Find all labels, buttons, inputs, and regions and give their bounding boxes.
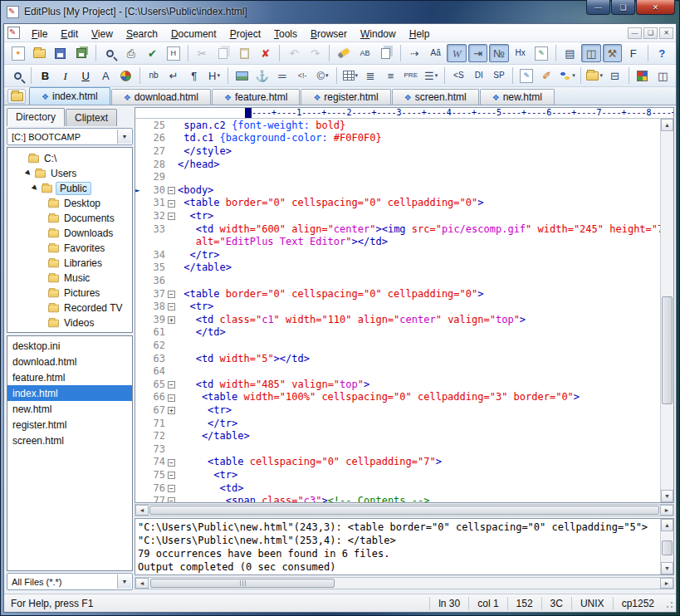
code-line[interactable]: ►30−<body> bbox=[135, 184, 660, 198]
tree-item-documents[interactable]: Documents bbox=[7, 211, 132, 226]
scroll-track[interactable] bbox=[149, 578, 660, 589]
color-swatches-button[interactable] bbox=[634, 66, 652, 85]
code-line[interactable]: 26 td.c1 {background-color: #F0F0F0} bbox=[135, 132, 660, 145]
code-line[interactable]: 61 </td> bbox=[135, 326, 660, 340]
fold-gutter[interactable] bbox=[165, 430, 178, 443]
menu-project[interactable]: Project bbox=[223, 27, 267, 42]
scroll-left-arrow[interactable]: ◄ bbox=[135, 578, 149, 589]
word-wrap-button[interactable]: W bbox=[447, 44, 466, 62]
context-help-button[interactable]: ? bbox=[652, 44, 671, 62]
find-in-files-button[interactable] bbox=[376, 44, 395, 62]
code-editor[interactable]: 25 span.c2 {font-weight: bold} 26 td.c1 … bbox=[135, 119, 674, 503]
code-line[interactable]: 32− <tr> bbox=[135, 210, 660, 223]
tree-item-desktop[interactable]: Desktop bbox=[7, 196, 132, 211]
spell-check-button[interactable]: ✔ bbox=[143, 44, 162, 62]
fold-gutter[interactable] bbox=[165, 262, 178, 275]
code-line[interactable]: 73 bbox=[135, 443, 660, 457]
output-horizontal-scrollbar[interactable]: ◄ ► bbox=[135, 577, 674, 589]
code-line[interactable]: 71 </tr> bbox=[135, 418, 660, 431]
chevron-down-icon[interactable]: ▼ bbox=[117, 130, 131, 144]
editor-vertical-scrollbar[interactable]: ▲ ▼ bbox=[660, 119, 673, 502]
scroll-down-arrow[interactable]: ▼ bbox=[661, 490, 673, 502]
tree-item-videos[interactable]: Videos bbox=[7, 315, 132, 330]
fold-gutter[interactable] bbox=[165, 353, 178, 366]
print-button[interactable]: ⎙ bbox=[121, 44, 140, 62]
paste-button[interactable] bbox=[234, 44, 253, 62]
output-line[interactable]: "C:\Users\Public\new.html"(253,4): </tab… bbox=[138, 534, 660, 547]
color-picker-button[interactable]: ✐ bbox=[537, 66, 555, 85]
fold-gutter[interactable] bbox=[165, 326, 178, 340]
view-sidebar-button[interactable]: ◫ bbox=[581, 44, 600, 62]
tree-item-libraries[interactable]: Libraries bbox=[7, 256, 132, 271]
fold-toggle[interactable]: − bbox=[165, 210, 178, 223]
align-justify-button[interactable]: ≣ bbox=[361, 66, 379, 85]
document-selector-button[interactable] bbox=[7, 89, 26, 104]
code-line[interactable]: 39+ <td class="c1" width="110" align="ce… bbox=[135, 314, 660, 327]
fold-gutter[interactable] bbox=[165, 132, 178, 145]
file-item-index-html[interactable]: index.html bbox=[7, 385, 132, 401]
tree-item-public[interactable]: ▶Public bbox=[7, 181, 132, 196]
code-line[interactable]: 28</head> bbox=[135, 159, 660, 172]
tree-item-users[interactable]: ▶Users bbox=[7, 166, 132, 181]
preformatted-button[interactable]: PRE bbox=[402, 66, 420, 85]
resize-grip[interactable] bbox=[663, 598, 674, 609]
undo-button[interactable]: ↶ bbox=[284, 44, 303, 62]
mdi-minimize-button[interactable]: — bbox=[628, 27, 642, 39]
code-line[interactable]: 65− <td width="485" valign="top"> bbox=[135, 379, 660, 392]
code-line[interactable]: 63 <td width="5"></td> bbox=[135, 353, 660, 366]
special-character-button[interactable]: ©▾ bbox=[313, 66, 331, 85]
code-line[interactable]: 75− <tr> bbox=[135, 469, 660, 482]
menu-tools[interactable]: Tools bbox=[267, 27, 304, 42]
code-line[interactable]: 67+ <tr> bbox=[135, 404, 660, 418]
match-case-button[interactable]: Aã bbox=[426, 44, 445, 62]
chevron-down-icon[interactable]: ▼ bbox=[117, 574, 131, 589]
print-preview-button[interactable] bbox=[100, 44, 120, 62]
code-line[interactable]: 35 </table> bbox=[135, 262, 660, 275]
output-line[interactable]: Output completed (0 sec consumed) bbox=[138, 560, 660, 574]
fold-collapse-icon[interactable]: − bbox=[168, 200, 175, 208]
fold-collapse-icon[interactable]: − bbox=[168, 394, 175, 402]
view-functions-button[interactable]: F bbox=[624, 44, 643, 62]
fold-collapse-icon[interactable]: − bbox=[168, 497, 175, 502]
scroll-right-arrow[interactable]: ► bbox=[660, 505, 673, 516]
code-line[interactable]: 34 </tr> bbox=[135, 249, 660, 262]
code-line[interactable]: 37− <table border="0" cellspacing="0" ce… bbox=[135, 288, 660, 301]
delete-button[interactable]: ✘ bbox=[256, 44, 275, 62]
expand-arrow-icon[interactable]: ▶ bbox=[24, 169, 35, 179]
paragraph-button[interactable]: ¶ bbox=[184, 66, 203, 85]
code-line[interactable]: 38− <tr> bbox=[135, 301, 660, 314]
open-folder-button[interactable] bbox=[29, 44, 48, 62]
file-item-download-html[interactable]: download.html bbox=[7, 354, 132, 369]
tree-item-favorites[interactable]: Favorites bbox=[7, 241, 132, 256]
fold-gutter[interactable] bbox=[165, 275, 178, 288]
window-list-button[interactable]: ⊟ bbox=[605, 66, 624, 85]
output-line[interactable]: "C:\Users\Public\new.html"(243,3): <tabl… bbox=[138, 521, 660, 534]
doc-tab-index.html[interactable]: ❖index.html bbox=[29, 87, 110, 105]
fold-gutter[interactable] bbox=[165, 249, 178, 262]
color-palette-button[interactable] bbox=[117, 66, 135, 85]
doc-tab-feature.html[interactable]: ❖feature.html bbox=[212, 89, 300, 105]
cut-button[interactable]: ✂ bbox=[193, 44, 212, 62]
fold-collapse-icon[interactable]: − bbox=[168, 187, 175, 194]
auto-indent-button[interactable]: ⇥ bbox=[468, 44, 487, 62]
anchor-button[interactable]: ⚓ bbox=[252, 66, 271, 85]
mdi-restore-button[interactable]: ❏ bbox=[643, 27, 658, 39]
file-filter-select[interactable]: All Files (*.*) ▼ bbox=[7, 573, 133, 590]
fold-toggle[interactable]: + bbox=[165, 404, 178, 418]
new-document-button[interactable]: ✦ bbox=[8, 44, 27, 62]
file-item-register-html[interactable]: register.html bbox=[7, 417, 132, 433]
div-tag-button[interactable]: DI bbox=[470, 66, 488, 85]
title-bar[interactable]: EditPlus [My Project] - [C:\Users\Public… bbox=[3, 0, 677, 23]
code-line[interactable]: 33 <td width="600" align="center"><img s… bbox=[135, 223, 660, 237]
scroll-track[interactable] bbox=[661, 131, 673, 490]
save-all-button[interactable] bbox=[71, 44, 91, 62]
menu-file[interactable]: File bbox=[25, 27, 54, 42]
scroll-left-arrow[interactable]: ◄ bbox=[135, 505, 149, 516]
menu-window[interactable]: Window bbox=[354, 27, 403, 42]
code-line[interactable]: 77− <span class="c3"><!-- Contents --> bbox=[135, 495, 660, 502]
tree-item-music[interactable]: Music bbox=[7, 271, 132, 286]
scroll-thumb[interactable] bbox=[149, 506, 659, 515]
menu-view[interactable]: View bbox=[85, 27, 120, 42]
fold-collapse-icon[interactable]: − bbox=[168, 213, 175, 220]
html-page-button[interactable]: H bbox=[164, 44, 183, 62]
